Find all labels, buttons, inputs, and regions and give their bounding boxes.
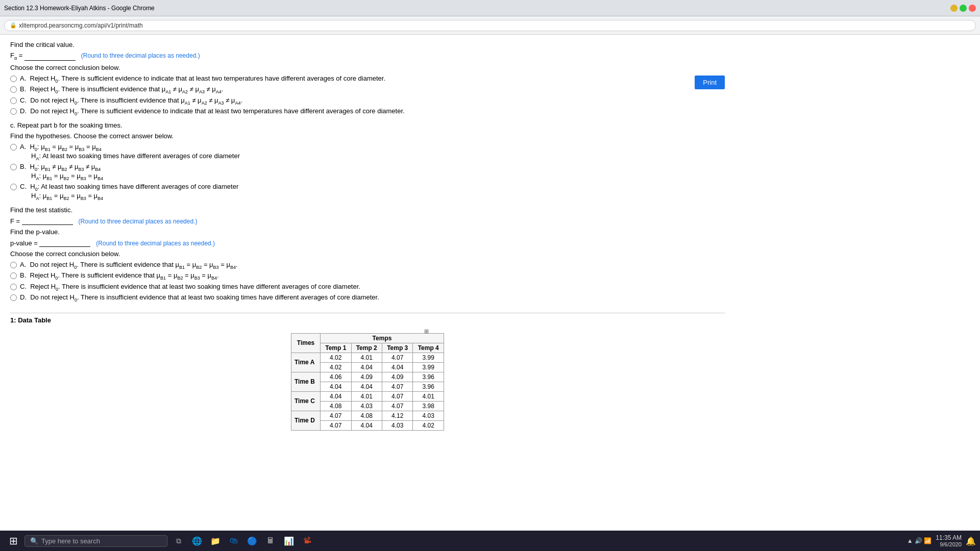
table-row: Time D 4.07 4.08 4.12 4.03 bbox=[291, 411, 444, 420]
find-hypotheses-prompt: Find the hypotheses. Choose the correct … bbox=[10, 132, 725, 140]
conclusion2-option-d: D. Do not reject H0. There is insufficie… bbox=[10, 293, 725, 303]
conclusion2-a-text: A. Do not reject H0. There is sufficient… bbox=[20, 261, 238, 270]
hyp-radio-a[interactable] bbox=[10, 144, 17, 151]
cell: 3.99 bbox=[413, 353, 444, 362]
time-a-label: Time A bbox=[291, 353, 321, 372]
conclusion2-d-text: D. Do not reject H0. There is insufficie… bbox=[20, 293, 379, 303]
conclusion-option-a: A. Reject H0. There is sufficient eviden… bbox=[10, 74, 725, 84]
conclusion2-radio-b[interactable] bbox=[10, 272, 17, 279]
table-row: Time B 4.06 4.09 4.09 3.96 bbox=[291, 372, 444, 382]
cell: 4.02 bbox=[321, 353, 351, 362]
conclusion-radio-a[interactable] bbox=[10, 76, 17, 82]
time-b-label: Time B bbox=[291, 372, 321, 391]
pvalue-row: p-value = (Round to three decimal places… bbox=[10, 239, 725, 247]
f-alpha-hint: (Round to three decimal places as needed… bbox=[81, 52, 200, 59]
conclusion-radio-c[interactable] bbox=[10, 97, 17, 104]
conclusion-c-text: C. Do not reject H0. There is insufficie… bbox=[20, 96, 242, 106]
conclusion-d-text: D. Do not reject H0. There is sufficient… bbox=[20, 107, 405, 116]
f-alpha-row: Fα = (Round to three decimal places as n… bbox=[10, 52, 725, 61]
part-c-label: c. Repeat part b for the soaking times. bbox=[10, 121, 725, 129]
times-header: Times bbox=[291, 333, 321, 353]
data-table-section: 1: Data Table ⊞ Times Temps Temp 1 Temp … bbox=[10, 313, 725, 431]
address-text: xlitemprod.pearsoncmg.com/api/v1/print/m… bbox=[19, 22, 143, 29]
cell: 4.04 bbox=[351, 420, 382, 430]
close-button[interactable] bbox=[969, 5, 976, 12]
conclusion-option-b: B. Reject H0. There is insufficient evid… bbox=[10, 85, 725, 94]
cell: 4.07 bbox=[321, 420, 351, 430]
address-bar[interactable]: 🔒 xlitemprod.pearsoncmg.com/api/v1/print… bbox=[4, 20, 976, 31]
main-content: Print Find the critical value. Fα = (Rou… bbox=[0, 35, 735, 437]
conclusion2-radio-c[interactable] bbox=[10, 284, 17, 290]
lock-icon: 🔒 bbox=[10, 22, 17, 29]
cell: 3.96 bbox=[413, 372, 444, 382]
f-stat-row: F = (Round to three decimal places as ne… bbox=[10, 217, 725, 225]
time-c-label: Time C bbox=[291, 391, 321, 411]
hypothesis-radio-group: A. H0: μB1 = μB2 = μB3 = μB4 HA: At leas… bbox=[10, 143, 725, 201]
conclusion2-c-text: C. Reject H0. There is insufficient evid… bbox=[20, 283, 360, 292]
cell: 4.01 bbox=[351, 391, 382, 401]
cell: 4.01 bbox=[351, 353, 382, 362]
conclusion2-b-text: B. Reject H0. There is sufficient eviden… bbox=[20, 271, 219, 281]
conclusion2-option-a: A. Do not reject H0. There is sufficient… bbox=[10, 261, 725, 270]
window-controls[interactable] bbox=[950, 5, 976, 12]
cell: 3.96 bbox=[413, 382, 444, 391]
pvalue-input[interactable] bbox=[39, 239, 90, 247]
cell: 4.07 bbox=[382, 391, 412, 401]
cell: 4.04 bbox=[321, 391, 351, 401]
hyp-radio-b[interactable] bbox=[10, 164, 17, 170]
f-stat-input[interactable] bbox=[22, 217, 73, 225]
temps-header: Temps bbox=[321, 333, 444, 343]
print-button[interactable]: Print bbox=[695, 76, 725, 89]
cell: 4.06 bbox=[321, 372, 351, 382]
hypothesis-option-b: B. H0: μB1 ≠ μB2 ≠ μB3 ≠ μB4 HA: μB1 = μ… bbox=[10, 163, 725, 181]
find-critical-value-label: Find the critical value. bbox=[10, 41, 725, 48]
hyp-b-text: B. H0: μB1 ≠ μB2 ≠ μB3 ≠ μB4 HA: μB1 = μ… bbox=[20, 163, 103, 181]
cell: 4.04 bbox=[382, 362, 412, 372]
hyp-a-text: A. H0: μB1 = μB2 = μB3 = μB4 HA: At leas… bbox=[20, 143, 240, 161]
hypothesis-option-a: A. H0: μB1 = μB2 = μB3 = μB4 HA: At leas… bbox=[10, 143, 725, 161]
conclusion-prompt: Choose the correct conclusion below. bbox=[10, 64, 725, 71]
restore-button[interactable] bbox=[960, 5, 967, 12]
cell: 4.08 bbox=[321, 401, 351, 411]
pvalue-label: p-value = bbox=[10, 239, 39, 247]
conclusion-radio-group: A. Reject H0. There is sufficient eviden… bbox=[10, 74, 725, 116]
cell: 4.02 bbox=[413, 420, 444, 430]
conclusion-option-c: C. Do not reject H0. There is insufficie… bbox=[10, 96, 725, 106]
cell: 4.07 bbox=[321, 411, 351, 420]
f-alpha-symbol: Fα = bbox=[10, 52, 24, 59]
pvalue-hint: (Round to three decimal places as needed… bbox=[96, 240, 215, 247]
cell: 4.12 bbox=[382, 411, 412, 420]
hyp-radio-c[interactable] bbox=[10, 184, 17, 190]
cell: 4.02 bbox=[321, 362, 351, 372]
temp4-header: Temp 4 bbox=[413, 343, 444, 353]
cell: 4.04 bbox=[351, 362, 382, 372]
cell: 3.99 bbox=[413, 362, 444, 372]
conclusion-a-text: A. Reject H0. There is sufficient eviden… bbox=[20, 74, 385, 84]
cell: 4.08 bbox=[351, 411, 382, 420]
find-test-stat-label: Find the test statistic. bbox=[10, 206, 725, 214]
cell: 4.03 bbox=[382, 420, 412, 430]
cell: 4.03 bbox=[413, 411, 444, 420]
conclusion-radio-d[interactable] bbox=[10, 108, 17, 115]
browser-navbar: 🔒 xlitemprod.pearsoncmg.com/api/v1/print… bbox=[0, 16, 980, 35]
f-alpha-input[interactable] bbox=[24, 53, 76, 61]
data-table: Times Temps Temp 1 Temp 2 Temp 3 Temp 4 … bbox=[291, 333, 444, 431]
conclusion2-radio-group: A. Do not reject H0. There is sufficient… bbox=[10, 261, 725, 303]
conclusion-option-d: D. Do not reject H0. There is sufficient… bbox=[10, 107, 725, 116]
conclusion2-option-c: C. Reject H0. There is insufficient evid… bbox=[10, 283, 725, 292]
cell: 4.04 bbox=[351, 382, 382, 391]
conclusion-radio-b[interactable] bbox=[10, 86, 17, 93]
conclusion-prompt2: Choose the correct conclusion below. bbox=[10, 250, 725, 258]
f-stat-label: F = bbox=[10, 217, 22, 225]
hypothesis-option-c: C. H0: At least two soaking times have d… bbox=[10, 183, 725, 201]
resize-handle[interactable]: ⊞ bbox=[424, 328, 429, 335]
minimize-button[interactable] bbox=[950, 5, 958, 12]
cell: 4.01 bbox=[413, 391, 444, 401]
conclusion2-radio-a[interactable] bbox=[10, 262, 17, 268]
cell: 4.07 bbox=[382, 401, 412, 411]
conclusion2-radio-d[interactable] bbox=[10, 294, 17, 301]
find-pvalue-label: Find the p-value. bbox=[10, 228, 725, 236]
time-d-label: Time D bbox=[291, 411, 321, 430]
conclusion2-option-b: B. Reject H0. There is sufficient eviden… bbox=[10, 271, 725, 281]
temp1-header: Temp 1 bbox=[321, 343, 351, 353]
